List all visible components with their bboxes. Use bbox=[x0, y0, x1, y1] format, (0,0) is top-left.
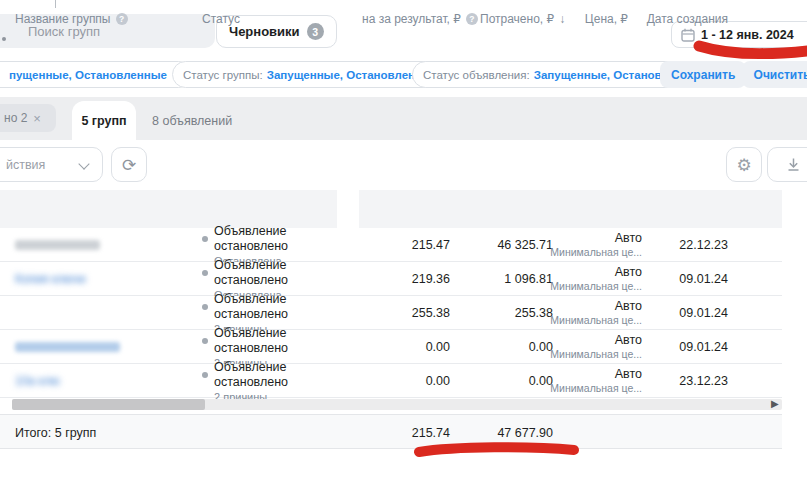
save-filters-button[interactable]: Сохранить bbox=[660, 61, 746, 88]
created-date-value: 22.12.23 bbox=[650, 228, 728, 262]
column-header-created[interactable]: Дата создания bbox=[640, 0, 728, 38]
table-row[interactable]: Объявление остановлено2 причины 255.38 2… bbox=[0, 296, 782, 330]
cost-per-result-value: 0.00 bbox=[355, 364, 450, 398]
table-row[interactable]: Копия ключи Объявление остановленоОстано… bbox=[0, 262, 782, 296]
export-download-button[interactable] bbox=[767, 147, 807, 182]
table-header-scrollable bbox=[359, 190, 782, 228]
search-icon bbox=[2, 37, 6, 41]
filter-chip-label: Статус группы: bbox=[183, 69, 263, 81]
scroll-right-arrow-icon[interactable]: ▶ bbox=[771, 398, 779, 409]
column-header-price[interactable]: Цена, ₽ bbox=[560, 0, 628, 38]
price-cell: Авто Минимальная це... bbox=[540, 364, 642, 398]
column-header-cost-per-result[interactable]: на за результат, ₽ ? bbox=[362, 0, 478, 38]
filter-chip-campaign-status[interactable]: пущенные, Остановленные × bbox=[0, 61, 192, 88]
table-footer: Итого: 5 групп 215.74 47 677.90 bbox=[0, 414, 782, 449]
tab-ads[interactable]: 8 объявлений bbox=[140, 101, 244, 140]
selected-count-chip[interactable]: но 2 × bbox=[0, 104, 56, 132]
help-icon[interactable]: ? bbox=[466, 13, 478, 25]
price-cell: Авто Минимальная це... bbox=[540, 296, 642, 330]
tab-groups[interactable]: 5 групп bbox=[72, 101, 136, 140]
settings-gear-button[interactable]: ⚙ bbox=[726, 147, 762, 182]
drafts-count-badge: 3 bbox=[307, 23, 324, 40]
cost-per-result-value: 219.36 bbox=[355, 262, 450, 296]
ads-dashboard-screen: Поиск групп Черновики 3 1 - 12 янв. 2024… bbox=[0, 0, 807, 487]
actions-label: йствия bbox=[6, 158, 45, 172]
status-dot-icon bbox=[202, 270, 208, 276]
column-header-name[interactable]: Название группы ? bbox=[15, 0, 128, 38]
price-cell: Авто Минимальная це... bbox=[540, 228, 642, 262]
price-cell: Авто Минимальная це... bbox=[540, 262, 642, 296]
created-date-value: 23.12.23 bbox=[650, 364, 728, 398]
horizontal-scrollbar[interactable] bbox=[12, 399, 782, 410]
created-date-value: 09.01.24 bbox=[650, 262, 728, 296]
column-header-status[interactable]: Статус bbox=[202, 0, 240, 38]
filter-chip-label: Статус объявления: bbox=[423, 69, 530, 81]
totals-cost-per-result: 215.74 bbox=[355, 415, 450, 450]
scrollbar-thumb[interactable] bbox=[12, 399, 205, 410]
table-row[interactable]: 10а клю Объявление остановлено2 причины … bbox=[0, 364, 782, 398]
cost-per-result-value: 255.38 bbox=[355, 296, 450, 330]
group-name-redacted[interactable] bbox=[15, 330, 190, 364]
close-icon[interactable]: × bbox=[33, 111, 41, 126]
table-row[interactable]: Объявление остановлено2 причины 0.00 0.0… bbox=[0, 330, 782, 364]
cost-per-result-value: 0.00 bbox=[355, 330, 450, 364]
cost-per-result-value: 215.47 bbox=[355, 228, 450, 262]
group-name-redacted[interactable] bbox=[15, 228, 190, 262]
status-dot-icon bbox=[202, 338, 208, 344]
totals-spent: 47 677.90 bbox=[460, 415, 553, 450]
status-dot-icon bbox=[202, 236, 208, 242]
table-row[interactable]: Объявление остановленоОстановлена 215.47… bbox=[0, 228, 782, 262]
group-name-empty[interactable] bbox=[15, 296, 190, 330]
filter-chip-value: пущенные, Остановленные bbox=[9, 69, 167, 81]
help-icon[interactable]: ? bbox=[116, 13, 128, 25]
status-cell: Объявление остановлено2 причины bbox=[202, 364, 352, 398]
group-name-link[interactable]: 10а клю bbox=[15, 364, 190, 398]
price-cell: Авто Минимальная це... bbox=[540, 330, 642, 364]
download-icon bbox=[786, 157, 801, 172]
chevron-down-icon bbox=[78, 158, 89, 169]
totals-label: Итого: 5 групп bbox=[15, 415, 96, 450]
created-date-value: 09.01.24 bbox=[650, 296, 728, 330]
created-date-value: 09.01.24 bbox=[650, 330, 728, 364]
selected-count-label: но 2 bbox=[4, 111, 27, 125]
status-dot-icon bbox=[202, 304, 208, 310]
column-header-spent[interactable]: Потрачено, ₽ ↓ bbox=[480, 0, 565, 38]
group-name-link[interactable]: Копия ключи bbox=[15, 262, 190, 296]
actions-dropdown[interactable]: йствия bbox=[0, 147, 103, 182]
refresh-button[interactable]: ⟳ bbox=[111, 147, 147, 182]
clear-filters-button[interactable]: Очистить bbox=[742, 61, 807, 88]
status-dot-icon bbox=[202, 372, 208, 378]
